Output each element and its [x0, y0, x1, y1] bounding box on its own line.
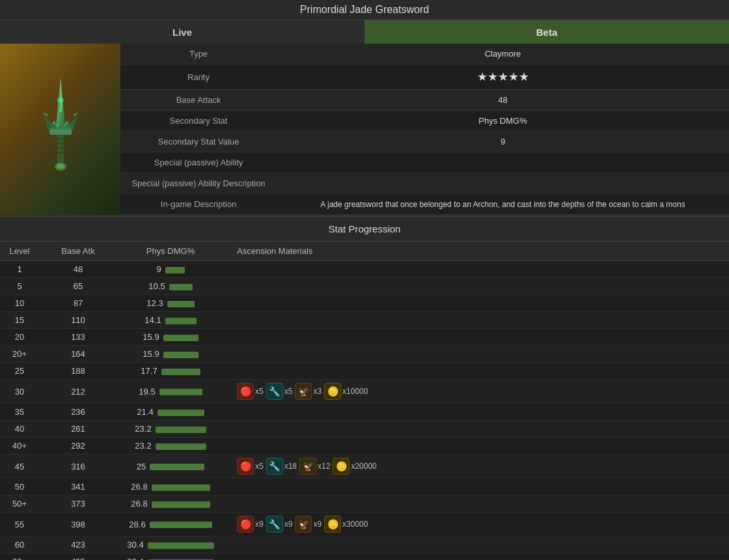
secondary-stat-val-value: 9 [277, 132, 729, 152]
table-row: 3523621.4 [0, 404, 729, 421]
tab-beta[interactable]: Beta [364, 20, 729, 44]
base-atk-cell: 373 [39, 496, 117, 512]
table-row: 108712.3 [0, 295, 729, 312]
info-section: Type Claymore Rarity ★★★★★ Base Attack 4… [0, 44, 729, 216]
special-ability-desc-label: Special (passive) Ability Description [120, 173, 277, 194]
weapon-image [0, 44, 120, 215]
phys-dmg-cell: 12.3 [117, 295, 224, 312]
secondary-stat-value: Phys DMG% [277, 111, 729, 132]
table-row: 1489 [0, 261, 729, 278]
base-atk-cell: 398 [39, 512, 117, 537]
svg-point-14 [59, 108, 62, 112]
svg-marker-18 [72, 112, 78, 117]
base-atk-cell: 87 [39, 295, 117, 312]
phys-dmg-cell: 14.1 [117, 312, 224, 329]
ascension-cell [224, 553, 729, 561]
table-row: 2013315.9 [0, 329, 729, 346]
level-cell: 45 [0, 455, 39, 479]
level-cell: 50+ [0, 496, 39, 512]
level-cell: 40+ [0, 438, 39, 455]
level-cell: 35 [0, 404, 39, 421]
stat-progression-header: Stat Progression [0, 216, 729, 242]
base-atk-cell: 341 [39, 479, 117, 496]
ascension-cell [224, 479, 729, 496]
table-row: 56510.5 [0, 278, 729, 295]
col-ascension: Ascension Materials [224, 242, 729, 261]
svg-rect-10 [57, 152, 64, 154]
phys-dmg-cell: 30.4 [117, 537, 224, 553]
level-cell: 60+ [0, 553, 39, 561]
table-row: 40+29223.2 [0, 438, 729, 455]
tab-live[interactable]: Live [0, 20, 364, 44]
base-atk-cell: 423 [39, 537, 117, 553]
table-row: 3021219.5🔴x5🔧x5🦅x3🪙x10000 [0, 380, 729, 404]
base-atk-cell: 188 [39, 363, 117, 380]
base-attack-value: 48 [277, 90, 729, 111]
ascension-cell [224, 346, 729, 363]
table-row: 5539828.6🔴x9🔧x9🦅x9🪙x30000 [0, 512, 729, 537]
table-row: 20+16415.9 [0, 346, 729, 363]
base-atk-cell: 316 [39, 455, 117, 479]
ascension-cell: 🔴x9🔧x9🦅x9🪙x30000 [224, 512, 729, 537]
base-atk-cell: 261 [39, 421, 117, 438]
ascension-cell: 🔴x5🔧x18🦅x12🪙x20000 [224, 455, 729, 479]
svg-rect-2 [49, 130, 72, 135]
in-game-desc-label: In-game Description [120, 194, 277, 215]
base-atk-cell: 133 [39, 329, 117, 346]
ascension-cell [224, 438, 729, 455]
ascension-cell [224, 295, 729, 312]
table-row: 60+45530.4 [0, 553, 729, 561]
level-cell: 50 [0, 479, 39, 496]
base-atk-cell: 212 [39, 380, 117, 404]
level-cell: 5 [0, 278, 39, 295]
phys-dmg-cell: 15.9 [117, 329, 224, 346]
rarity-label: Rarity [120, 64, 277, 90]
secondary-stat-label: Secondary Stat [120, 111, 277, 132]
table-row: 5034126.8 [0, 479, 729, 496]
type-label: Type [120, 44, 277, 64]
phys-dmg-cell: 17.7 [117, 363, 224, 380]
ascension-cell [224, 261, 729, 278]
col-phys-dmg: Phys DMG% [117, 242, 224, 261]
ascension-cell [224, 404, 729, 421]
phys-dmg-cell: 25 [117, 455, 224, 479]
col-level: Level [0, 242, 39, 261]
in-game-desc-value: A jade greatsword that once belonged to … [277, 194, 729, 215]
rarity-stars: ★★★★★ [277, 64, 729, 90]
ascension-cell [224, 421, 729, 438]
tab-bar: Live Beta [0, 20, 729, 44]
ascension-cell [224, 312, 729, 329]
svg-rect-7 [57, 138, 64, 140]
base-atk-cell: 236 [39, 404, 117, 421]
svg-marker-17 [43, 112, 49, 117]
col-base-atk: Base Atk [39, 242, 117, 261]
stat-table: Level Base Atk Phys DMG% Ascension Mater… [0, 242, 729, 560]
svg-point-12 [57, 163, 64, 169]
page-title: Primordial Jade Greatsword [300, 4, 429, 15]
type-value: Claymore [277, 44, 729, 64]
base-atk-cell: 292 [39, 438, 117, 455]
level-cell: 30 [0, 380, 39, 404]
phys-dmg-cell: 28.6 [117, 512, 224, 537]
table-row: 4531625🔴x5🔧x18🦅x12🪙x20000 [0, 455, 729, 479]
title-bar: Primordial Jade Greatsword [0, 0, 729, 20]
info-table: Type Claymore Rarity ★★★★★ Base Attack 4… [120, 44, 729, 215]
base-atk-cell: 455 [39, 553, 117, 561]
table-row: 1511014.1 [0, 312, 729, 329]
table-row: 50+37326.8 [0, 496, 729, 512]
table-row: 4026123.2 [0, 421, 729, 438]
level-cell: 15 [0, 312, 39, 329]
level-cell: 20+ [0, 346, 39, 363]
secondary-stat-val-label: Secondary Stat Value [120, 132, 277, 152]
svg-rect-9 [57, 147, 64, 149]
phys-dmg-cell: 23.2 [117, 421, 224, 438]
base-atk-cell: 110 [39, 312, 117, 329]
phys-dmg-cell: 30.4 [117, 553, 224, 561]
svg-rect-8 [57, 143, 64, 145]
level-cell: 25 [0, 363, 39, 380]
level-cell: 20 [0, 329, 39, 346]
base-atk-cell: 48 [39, 261, 117, 278]
ascension-cell [224, 329, 729, 346]
special-ability-desc-value [277, 173, 729, 194]
phys-dmg-cell: 15.9 [117, 346, 224, 363]
